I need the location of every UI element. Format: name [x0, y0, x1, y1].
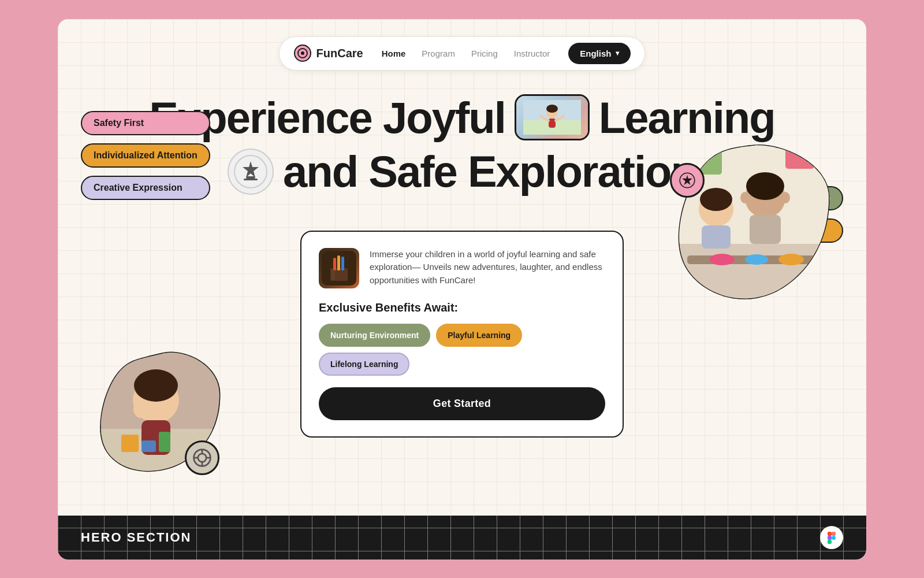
svg-point-40: [781, 192, 790, 203]
nav-home[interactable]: Home: [382, 49, 406, 58]
svg-marker-30: [682, 175, 692, 185]
svg-rect-55: [832, 532, 836, 536]
hero-image-pill: [515, 94, 590, 140]
left-tags: Safety First Individualized Attention Cr…: [81, 94, 210, 200]
svg-rect-56: [828, 536, 832, 540]
svg-rect-19: [141, 440, 156, 452]
star-trophy-badge: [228, 149, 274, 195]
benefits-title: Exclusive Benefits Await:: [319, 301, 605, 314]
logo[interactable]: FunCare: [293, 44, 363, 62]
navbar: FunCare Home Program Pricing Instructor …: [81, 36, 843, 71]
svg-point-24: [198, 453, 206, 461]
card-thumbnail: [319, 248, 359, 288]
badge-playful[interactable]: Playful Learning: [436, 324, 522, 347]
svg-point-9: [546, 105, 558, 113]
badge-nurturing[interactable]: Nurturing Environment: [319, 324, 430, 347]
svg-rect-54: [828, 532, 832, 536]
tag-safety-first: Safety First: [81, 111, 210, 135]
svg-rect-52: [341, 257, 344, 271]
nav-instructor[interactable]: Instructor: [514, 49, 550, 58]
svg-rect-51: [337, 255, 340, 271]
nav-pricing[interactable]: Pricing: [471, 49, 498, 58]
svg-point-39: [740, 192, 750, 203]
badge-lifelong[interactable]: Lifelong Learning: [319, 353, 409, 376]
svg-rect-6: [549, 118, 556, 128]
benefits-card: Immerse your children in a world of joyf…: [300, 231, 624, 438]
safety-ring-icon: [185, 440, 219, 475]
svg-rect-57: [828, 540, 832, 544]
card-description: Immerse your children in a world of joyf…: [370, 248, 605, 288]
svg-rect-46: [785, 143, 814, 169]
svg-point-38: [746, 172, 784, 200]
nav-links: Home Program Pricing Instructor: [382, 49, 550, 58]
svg-point-47: [700, 188, 732, 211]
chevron-down-icon: ▾: [616, 49, 619, 57]
svg-rect-50: [333, 258, 336, 271]
svg-rect-12: [244, 179, 258, 180]
nav-program[interactable]: Program: [422, 49, 455, 58]
get-started-button[interactable]: Get Started: [319, 387, 605, 420]
logo-icon: [293, 44, 312, 62]
hero-section: Experience Joyful: [81, 94, 843, 487]
benefits-badges: Nurturing Environment Playful Learning L…: [319, 324, 605, 376]
language-button[interactable]: English ▾: [568, 43, 631, 64]
tag-individualized: Individualized Attention: [81, 143, 210, 168]
logo-text: FunCare: [316, 47, 363, 60]
svg-rect-53: [331, 269, 335, 280]
language-label: English: [580, 49, 611, 58]
svg-point-58: [832, 536, 836, 540]
footer-label: HERO SECTION: [81, 530, 191, 545]
headline-part3: and Safe Exploration: [283, 147, 696, 196]
card-top: Immerse your children in a world of joyf…: [319, 248, 605, 288]
footer-bar: HERO SECTION: [58, 516, 866, 560]
award-star-icon: [670, 163, 705, 198]
tag-creative: Creative Expression: [81, 176, 210, 200]
child-playing-image: [523, 100, 581, 135]
headline-part2: Learning: [599, 94, 775, 142]
figma-icon: [820, 526, 843, 549]
svg-point-2: [301, 51, 304, 55]
svg-rect-11: [246, 176, 255, 179]
